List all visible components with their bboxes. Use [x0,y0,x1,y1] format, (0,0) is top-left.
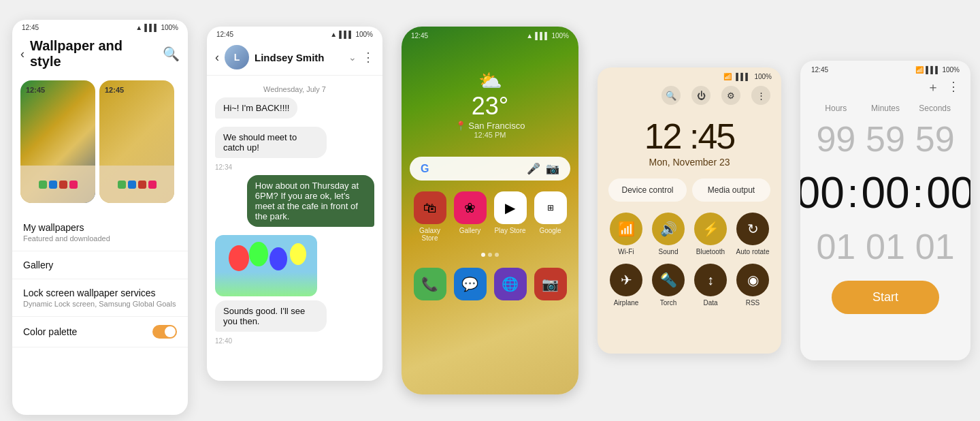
hours-current: 00 [800,168,845,218]
back-icon[interactable]: ‹ [215,50,219,65]
message-bubble: We should meet to catch up! [215,127,327,158]
thumb-app-icon [59,181,67,189]
camera-icon: 📷 [534,268,567,300]
search-icon[interactable]: 🔍 [662,86,681,105]
signal-icon: ▌▌▌ [144,24,159,31]
timer-panel: 12:45 📶 ▌▌▌ 100% ＋ ⋮ Hours Minutes Secon… [800,61,970,360]
toggle-label: Bluetooth [696,248,725,255]
hours-bottom: 01 [811,229,861,264]
toggle-label: Airplane [614,299,639,307]
search-icon[interactable]: 🔍 [163,46,180,62]
airplane-toggle[interactable]: ✈ Airplane [608,264,644,307]
internet-icon: 🌐 [494,268,527,300]
timer-top-values: 99 59 59 [800,116,970,162]
panel5-status-icons: 📶 ▌▌▌ 100% [915,66,960,74]
messages-icon: 💬 [454,268,487,300]
device-control-button[interactable]: Device control [608,178,687,202]
color-palette-toggle[interactable] [152,325,177,339]
power-icon[interactable]: ⏻ [691,86,710,105]
list-item-gallery[interactable]: Gallery [12,251,188,279]
dock-camera[interactable]: 📷 [533,268,568,300]
app-label: Galaxy Store [412,227,447,242]
panel3-statusbar: 12:45 ▲ ▌▌▌ 100% [402,27,578,42]
home-screen-panel: 12:45 ▲ ▌▌▌ 100% ⛅ 23° 📍 San Francisco 1… [402,27,578,394]
quick-settings-panel: 📶 ▌▌▌ 100% 🔍 ⏻ ⚙ ⋮ 12 :45 Mon, November … [598,67,781,354]
list-item-lock-screen[interactable]: Lock screen wallpaper services Dynamic L… [12,279,188,317]
panel3-time: 12:45 [411,32,428,40]
media-output-button[interactable]: Media output [692,178,770,202]
panel2-status-icons: ▲ ▌▌▌ 100% [330,31,373,38]
list-item-color-palette[interactable]: Color palette [12,317,188,347]
microphone-icon[interactable]: 🎤 [527,162,540,175]
seconds-top: 59 [910,121,960,157]
wallpaper-panel: 12:45 ▲ ▌▌▌ 100% ‹ Wallpaper and style 🔍… [12,20,188,415]
item-title: Gallery [23,260,177,270]
chat-area: Wednesday, July 7 Hi~! I'm BACK!!!! We s… [207,76,382,381]
wallpaper-thumb-1[interactable]: 12:45 [20,80,95,203]
settings-icon[interactable]: ⚙ [721,86,740,105]
message-bubble: Sounds good. I'll see you then. [215,300,327,332]
minutes-current: 00 [861,168,909,218]
item-subtitle: Featured and downloaded [23,234,177,243]
thumb-app-icon [69,181,78,189]
data-toggle[interactable]: ↕ Data [693,264,728,307]
dock-phone[interactable]: 📞 [412,268,447,300]
chat-date: Wednesday, July 7 [215,85,374,93]
colon-2: : [913,170,924,217]
timer-bottom-values: 01 01 01 [800,223,970,270]
panel1-header: ‹ Wallpaper and style 🔍 [12,35,188,75]
airplane-icon: ✈ [610,264,642,296]
hours-top: 99 [811,121,861,157]
app-label: Google [539,227,561,234]
quick-toggle-row1: 📶 Wi-Fi 🔊 Sound ⚡ Bluetooth ↻ Auto rotat… [598,213,781,264]
sound-icon: 🔊 [652,213,685,245]
more-options-icon[interactable]: ⋮ [947,79,960,95]
wifi-icon: 📶 [915,66,924,74]
dock-internet[interactable]: 🌐 [493,268,527,300]
search-bar[interactable]: G 🎤 📷 [410,157,570,181]
play-store-icon: ▶ [494,191,527,224]
thumb-app-icon [49,181,57,189]
dock-messages[interactable]: 💬 [453,268,487,300]
page-indicator [402,247,578,262]
back-icon[interactable]: ‹ [20,47,24,61]
list-item-my-wallpapers[interactable]: My wallpapers Featured and downloaded [12,214,188,251]
start-button[interactable]: Start [832,281,939,314]
panel5-statusbar: 12:45 📶 ▌▌▌ 100% [800,61,970,76]
add-icon[interactable]: ＋ [927,79,939,95]
timer-actions: ＋ ⋮ [800,76,970,101]
sound-toggle[interactable]: 🔊 Sound [651,213,686,255]
app-label: Gallery [459,227,481,234]
hours-label: Hours [811,104,861,113]
signal-icon: ▌▌▌ [535,32,549,40]
google-icon: G [421,163,429,175]
thumb-app-icon [148,181,157,189]
wifi-toggle[interactable]: 📶 Wi-Fi [608,213,644,255]
google-icon: ⊞ [534,191,567,224]
media-control-buttons: Device control Media output [598,178,781,213]
panel4-statusbar: 📶 ▌▌▌ 100% [598,67,781,83]
more-options-icon[interactable]: ⋮ [362,50,374,65]
weather-temp: 23° [402,92,578,121]
more-options-icon[interactable]: ⋮ [751,86,770,105]
app-galaxy-store[interactable]: 🛍 Galaxy Store [412,191,447,242]
app-gallery[interactable]: ❀ Gallery [453,191,487,242]
phone-icon: 📞 [414,268,446,300]
lock-date: Mon, November 23 [598,157,781,178]
app-play-store[interactable]: ▶ Play Store [493,191,527,242]
torch-icon: 🔦 [652,264,685,296]
camera-search-icon[interactable]: 📷 [546,162,559,175]
seconds-label: Seconds [910,104,960,113]
wifi-icon: ▲ [526,32,533,40]
app-google[interactable]: ⊞ Google [533,191,568,242]
item-title: My wallpapers [23,222,177,233]
wallpaper-thumb-2[interactable]: 12:45 [99,80,174,203]
thumb-app-icon [39,181,47,189]
bluetooth-toggle[interactable]: ⚡ Bluetooth [693,213,728,255]
torch-toggle[interactable]: 🔦 Torch [651,264,686,307]
auto-rotate-toggle[interactable]: ↻ Auto rotate [735,213,770,255]
message-time: 12:34 [215,163,232,171]
rss-toggle[interactable]: ◉ RSS [735,264,770,307]
wallpaper-previews: 12:45 12:45 [12,75,188,208]
timer-current: 00 : 00 : 00 [800,162,970,223]
